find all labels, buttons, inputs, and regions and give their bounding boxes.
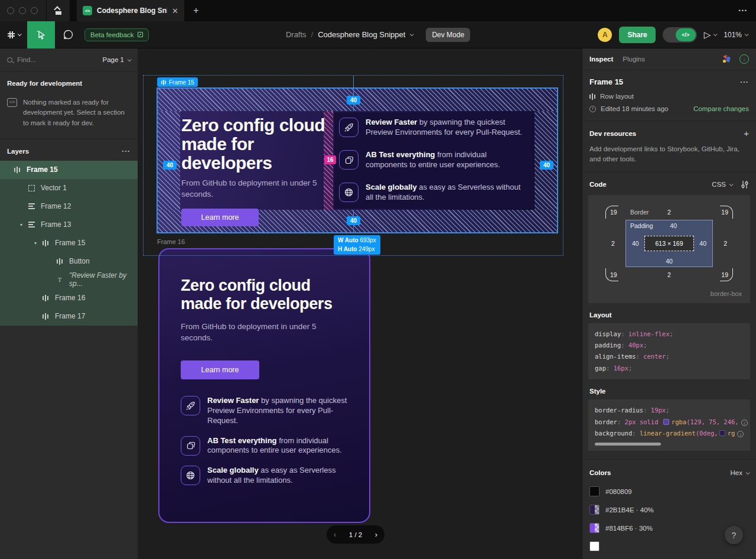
padding-label: Padding [630, 222, 653, 229]
expand-chevron-icon[interactable]: ▾ [31, 240, 40, 246]
rocket-icon [181, 396, 200, 415]
padding-badge-bottom: 40 [347, 216, 360, 225]
feature-text: Review Faster by spawning the quickest P… [366, 118, 527, 138]
compare-changes-link[interactable]: Compare changes [693, 105, 749, 112]
zoom-level-control[interactable]: 101% [724, 31, 748, 39]
style-code-block[interactable]: border-radius: 19px;border: 2px solid rg… [588, 399, 750, 451]
home-tab-button[interactable] [46, 0, 70, 21]
code-language-selector[interactable]: CSS [712, 181, 732, 188]
ready-for-dev-icon: </> [7, 98, 17, 107]
new-tab-button[interactable]: + [184, 0, 208, 21]
layer-item-button[interactable]: Button [0, 252, 138, 271]
main-menu-button[interactable] [0, 21, 27, 48]
frame16-label[interactable]: Frame 16 [157, 238, 185, 245]
info-icon[interactable]: i [741, 420, 748, 426]
inspect-panel: Inspect Plugins ↓ Frame 15 ••• [582, 48, 756, 559]
share-button[interactable]: Share [619, 27, 655, 43]
frame-label-badge[interactable]: Frame 15 [157, 77, 198, 87]
add-resource-button[interactable]: + [744, 128, 749, 138]
layer-item-frame-13[interactable]: ▾Frame 13 [0, 216, 138, 234]
layer-item--review-faster-by-sp-[interactable]: T"Review Faster by sp... [0, 271, 138, 289]
feature-item: Review Faster by spawning the quickest P… [181, 396, 349, 426]
hero-frame[interactable]: Zero config cloud made for developers Fr… [157, 87, 558, 233]
layer-item-frame-16[interactable]: Frame 16 [0, 289, 138, 307]
text-icon: T [54, 276, 65, 283]
ready-for-dev-message: Nothing marked as ready for development … [23, 98, 131, 128]
hero-subtext: From GitHub to deployment in under 5 sec… [181, 178, 320, 199]
dev-mode-toggle[interactable]: </> [663, 27, 697, 43]
beta-feedback-button[interactable]: Beta feedback ↗ [84, 28, 149, 41]
close-tab-icon[interactable]: ✕ [172, 7, 178, 15]
code-token: ; [666, 407, 669, 414]
code-line: border-radius: 19px; [595, 405, 744, 416]
dev-resources-description: Add development links to Storybook, GitH… [589, 144, 749, 165]
feature-text: AB Test everything from individual compo… [366, 150, 527, 170]
code-token: : [606, 365, 614, 372]
layer-label: Frame 15 [27, 165, 58, 174]
layer-item-frame-15[interactable]: Frame 15 [0, 161, 138, 179]
select-tool-button[interactable] [27, 21, 55, 48]
horizontal-scrollbar[interactable] [595, 443, 661, 446]
cursor-icon [35, 29, 47, 41]
zoom-level-value: 101% [724, 31, 742, 39]
open-in-editor-icon[interactable]: ↓ [739, 54, 749, 64]
breadcrumb-filename[interactable]: Codesphere Blog Snippet [318, 30, 405, 39]
file-tab[interactable]: <> Codesphere Blog Snippet ✕ [77, 0, 184, 21]
expand-chevron-icon[interactable]: ▾ [17, 222, 26, 228]
layer-label: Frame 13 [41, 220, 71, 229]
learn-more-button[interactable]: Learn more [181, 360, 259, 379]
beta-feedback-label: Beta feedback [90, 31, 134, 38]
chevron-down-icon[interactable] [410, 32, 414, 36]
minimize-window-button[interactable] [19, 7, 26, 14]
close-window-button[interactable] [7, 7, 14, 14]
measure-line [353, 76, 354, 111]
page-selector[interactable]: Page 1 [103, 56, 131, 63]
pager-next-icon[interactable]: › [375, 530, 377, 539]
color-hex-label: #2B1B4E · 40% [605, 506, 654, 514]
play-icon: ▷ [704, 30, 711, 40]
breadcrumb-folder[interactable]: Drafts [286, 30, 307, 39]
learn-more-button[interactable]: Learn more [181, 209, 259, 226]
code-token: border-radius [595, 407, 643, 414]
layout-code-block[interactable]: display: inline-flex;padding: 40px;align… [588, 323, 750, 380]
layer-item-frame-12[interactable]: Frame 12 [0, 197, 138, 216]
breadcrumb-separator: / [311, 30, 314, 39]
layers-title: Layers [7, 148, 29, 155]
code-token: ; [628, 365, 632, 372]
window-menu-icon[interactable]: ••• [739, 0, 756, 21]
search-input[interactable]: Find... [17, 56, 98, 63]
size-w-label: W Auto [338, 237, 359, 243]
tab-inspect[interactable]: Inspect [589, 56, 613, 63]
color-row[interactable]: #080809 [582, 482, 756, 500]
color-row[interactable]: #2B1B4E · 40% [582, 500, 756, 519]
user-avatar[interactable]: A [598, 28, 612, 42]
selection-menu-icon[interactable]: ••• [741, 79, 749, 84]
comment-tool-button[interactable] [55, 21, 81, 48]
layer-label: Frame 16 [55, 294, 85, 302]
layers-menu-icon[interactable]: ••• [122, 148, 131, 154]
border-bottom-width: 2 [667, 271, 671, 278]
row-layout-icon [40, 240, 51, 246]
card-frame[interactable]: Zero config cloud made for developers Fr… [158, 248, 370, 523]
padding-badge-top: 40 [347, 96, 360, 105]
color-format-selector[interactable]: Hex [731, 469, 749, 476]
help-button[interactable]: ? [725, 526, 743, 544]
code-section-header: Code CSS [582, 173, 756, 195]
chevron-down-icon [128, 57, 132, 61]
pager-prev-icon[interactable]: ‹ [334, 530, 336, 539]
info-icon[interactable]: i [737, 431, 744, 437]
layer-item-frame-17[interactable]: Frame 17 [0, 307, 138, 326]
plugin-icon[interactable] [722, 54, 731, 64]
layer-item-vector-1[interactable]: Vector 1 [0, 179, 138, 197]
maximize-window-button[interactable] [31, 7, 38, 14]
present-button[interactable]: ▷ [704, 30, 717, 40]
layer-label: Vector 1 [41, 184, 67, 192]
color-hex-label: #080809 [605, 488, 632, 495]
code-token: ; [666, 353, 669, 360]
tab-plugins[interactable]: Plugins [623, 56, 645, 63]
layer-item-frame-15[interactable]: ▾Frame 15 [0, 234, 138, 252]
code-settings-icon[interactable] [741, 180, 749, 189]
canvas[interactable]: Frame 15 Zero config cloud made for deve… [138, 48, 582, 559]
row-layout-icon [12, 167, 22, 173]
padding-left: 40 [632, 240, 639, 247]
